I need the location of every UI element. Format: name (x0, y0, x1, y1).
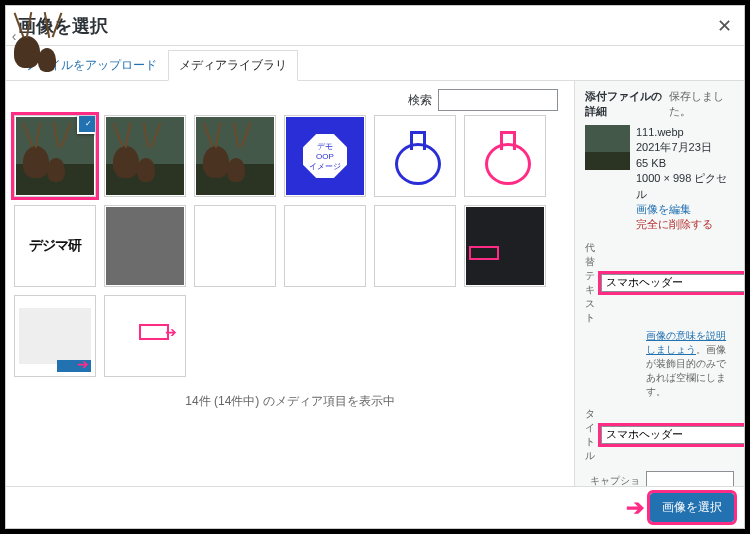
saved-indicator: 保存しました。 (669, 89, 734, 119)
flask-icon (485, 131, 525, 181)
filename: 111.webp (636, 125, 734, 140)
media-item[interactable] (464, 205, 546, 287)
file-dimensions: 1000 × 998 ピクセル (636, 171, 734, 202)
media-item[interactable]: デジマ研 (14, 205, 96, 287)
media-item[interactable] (104, 205, 186, 287)
checkmark-icon: ✓ (77, 115, 96, 134)
modal-footer: ➔ 画像を選択 (6, 486, 744, 528)
flask-icon (395, 131, 435, 181)
media-item[interactable] (374, 205, 456, 287)
file-size: 65 KB (636, 156, 734, 171)
caption-label: キャプション (585, 474, 640, 486)
media-count-status: 14件 (14件中) のメディア項目を表示中 (14, 377, 566, 418)
tab-strip: ファイルをアップロード メディアライブラリ (6, 46, 744, 81)
media-item[interactable] (194, 205, 276, 287)
media-item[interactable] (104, 115, 186, 197)
attachment-details-panel: 添付ファイルの詳細 保存しました。 111.webp 2021年7月23日 65… (574, 81, 744, 486)
media-item[interactable]: デモ OOP イメージ (284, 115, 366, 197)
media-item[interactable] (374, 115, 456, 197)
media-modal: ‹ 画像を選択 ✕ ファイルをアップロード メディアライブラリ 検索 ✓ (5, 5, 745, 529)
select-image-button[interactable]: 画像を選択 (650, 493, 734, 522)
media-item[interactable] (104, 295, 186, 377)
tab-library[interactable]: メディアライブラリ (168, 50, 298, 81)
title-input[interactable] (601, 426, 744, 444)
media-grid: ✓ デモ OOP イメージ デジマ研 (14, 115, 566, 377)
media-grid-panel: 検索 ✓ デモ OOP イメージ デジマ研 (6, 81, 574, 486)
alt-help-text: 画像の意味を説明しましょう。画像が装飾目的のみであれば空欄にします。 (646, 329, 734, 399)
edit-image-link[interactable]: 画像を編集 (636, 203, 691, 215)
media-item[interactable] (194, 115, 276, 197)
modal-header: 画像を選択 ✕ (6, 6, 744, 46)
file-date: 2021年7月23日 (636, 140, 734, 155)
title-label: タイトル (585, 407, 595, 463)
close-icon[interactable]: ✕ (717, 15, 732, 37)
attachment-thumbnail (585, 125, 630, 170)
attachment-meta: 111.webp 2021年7月23日 65 KB 1000 × 998 ピクセ… (636, 125, 734, 233)
search-label: 検索 (408, 92, 432, 109)
media-item[interactable] (14, 295, 96, 377)
alt-text-label: 代替テキスト (585, 241, 595, 325)
media-item[interactable] (464, 115, 546, 197)
media-item[interactable]: ✓ (14, 115, 96, 197)
delete-permanently-link[interactable]: 完全に削除する (636, 218, 713, 230)
caption-input[interactable] (646, 471, 734, 486)
media-item[interactable] (284, 205, 366, 287)
pointer-arrow-icon: ➔ (626, 495, 644, 521)
search-input[interactable] (438, 89, 558, 111)
brand-text: デジマ研 (29, 237, 81, 255)
details-heading: 添付ファイルの詳細 (585, 89, 669, 119)
logo-octagon: デモ OOP イメージ (303, 134, 347, 178)
alt-text-input[interactable] (601, 274, 744, 292)
